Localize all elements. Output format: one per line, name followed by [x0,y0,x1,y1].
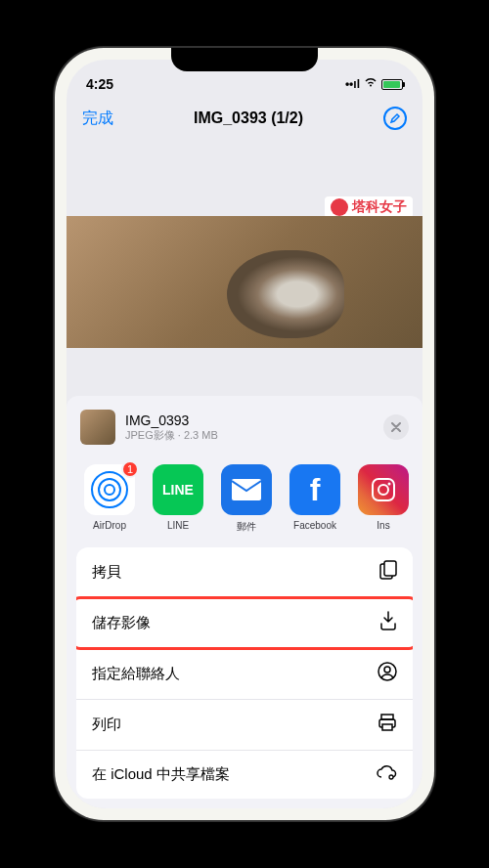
watermark-badge: 塔科女子 [325,196,413,218]
svg-rect-10 [382,724,392,730]
instagram-icon [358,464,409,515]
screen: 4:25 ••ıl 完成 IMG_0393 (1/2) 塔科女子 [67,60,422,808]
share-file-info: IMG_0393 JPEG影像 · 2.3 MB [125,412,374,443]
instagram-app[interactable]: Ins [358,464,409,534]
download-icon [379,611,397,635]
share-apps-row[interactable]: 1 AirDrop LINE LINE 郵件 f Facebook [67,458,422,547]
close-button[interactable] [383,414,409,440]
action-label: 儲存影像 [92,614,151,632]
facebook-app[interactable]: f Facebook [289,464,340,534]
app-label: Ins [377,520,389,531]
svg-rect-5 [384,561,396,576]
share-sheet: IMG_0393 JPEG影像 · 2.3 MB 1 AirDrop [67,396,422,808]
copy-action[interactable]: 拷貝 [76,547,413,598]
badge-icon: 1 [121,460,139,478]
svg-point-3 [388,483,391,486]
action-label: 在 iCloud 中共享檔案 [92,765,230,784]
action-label: 拷貝 [92,563,121,582]
image-preview-area[interactable]: 塔科女子 [67,138,422,348]
markup-button[interactable] [383,107,407,130]
print-action[interactable]: 列印 [76,700,413,751]
watermark-text: 塔科女子 [352,198,407,216]
notch [171,48,318,71]
app-label: AirDrop [93,520,126,531]
cloud-person-icon [376,763,397,786]
done-button[interactable]: 完成 [82,108,113,129]
preview-image [67,216,422,348]
svg-point-2 [378,485,388,495]
airdrop-icon: 1 [84,464,135,515]
icloud-share-action[interactable]: 在 iCloud 中共享檔案 [76,751,413,799]
nav-bar: 完成 IMG_0393 (1/2) [67,99,422,138]
svg-point-7 [384,667,390,673]
app-label: 郵件 [237,520,256,534]
print-icon [378,713,397,737]
line-icon: LINE [153,464,203,515]
share-header: IMG_0393 JPEG影像 · 2.3 MB [67,410,422,458]
save-image-action[interactable]: 儲存影像 [76,598,413,649]
watermark-avatar-icon [331,198,348,216]
phone-frame: 4:25 ••ıl 完成 IMG_0393 (1/2) 塔科女子 [55,48,434,820]
status-indicators: ••ıl [345,77,403,91]
app-label: Facebook [293,520,336,531]
battery-icon [381,79,403,90]
share-file-meta: JPEG影像 · 2.3 MB [125,428,374,443]
wifi-icon [364,77,378,91]
contact-icon [378,662,397,686]
svg-rect-1 [373,479,394,500]
assign-contact-action[interactable]: 指定給聯絡人 [76,649,413,700]
airdrop-app[interactable]: 1 AirDrop [84,464,135,534]
status-time: 4:25 [86,76,113,92]
page-title: IMG_0393 (1/2) [194,109,303,127]
facebook-icon: f [289,464,340,515]
svg-point-11 [389,775,393,779]
action-label: 列印 [92,716,121,734]
mail-icon [221,464,272,515]
action-list: 拷貝 儲存影像 指定給聯絡人 [76,547,413,799]
mail-app[interactable]: 郵件 [221,464,272,534]
share-thumbnail [80,410,115,445]
copy-icon [379,560,397,585]
line-app[interactable]: LINE LINE [153,464,203,534]
signal-icon: ••ıl [345,77,360,91]
share-filename: IMG_0393 [125,412,374,428]
app-label: LINE [167,520,189,531]
action-label: 指定給聯絡人 [92,665,180,683]
